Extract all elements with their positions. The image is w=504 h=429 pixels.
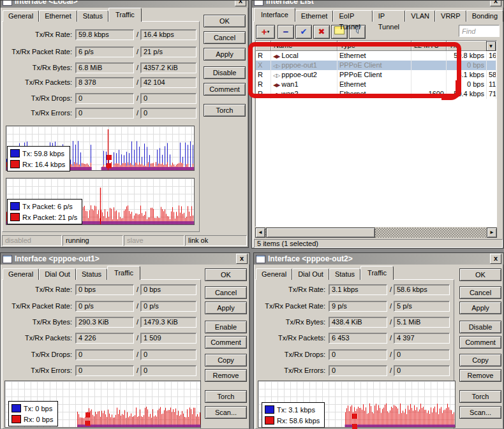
separator: /	[137, 62, 138, 73]
status-disabled: disabled	[2, 235, 62, 246]
disable-button[interactable]: ✖	[313, 25, 330, 39]
ok-button[interactable]: OK	[205, 268, 247, 281]
separator: /	[137, 349, 138, 360]
legend-tx: Tx: 3.1 kbps	[277, 406, 315, 414]
tab-status[interactable]: Status	[77, 10, 108, 22]
separator: /	[390, 301, 392, 312]
close-icon[interactable]: x	[490, 254, 501, 264]
close-icon[interactable]: x	[490, 1, 501, 6]
torch-button[interactable]: Torch	[205, 390, 247, 403]
field-label: Tx/Rx Rate:	[1, 29, 72, 40]
copy-button[interactable]: Copy	[459, 354, 501, 367]
titlebar[interactable]: Interface <pppoe-out2> x	[254, 253, 503, 265]
cancel-button[interactable]: Cancel	[204, 31, 246, 44]
scroll-right-icon[interactable]: ►	[487, 228, 497, 238]
field-label: Tx/Rx Bytes:	[254, 317, 325, 328]
window-interface-pppoe-out1: Interface <pppoe-out1> x General Dial Ou…	[0, 252, 250, 429]
column-select-button[interactable]: ▼	[486, 41, 496, 51]
disable-button[interactable]: Disable	[204, 66, 246, 79]
graph-marker	[85, 421, 91, 426]
separator: /	[137, 93, 138, 104]
tx-packet-rate-value: 0 p/s	[75, 301, 134, 312]
scroll-left-icon[interactable]: ◄	[255, 228, 265, 238]
tab-general[interactable]: General	[3, 10, 39, 22]
tab-eoip-tunnel[interactable]: EoIP Tunnel	[333, 10, 372, 22]
field-label: Tx/Rx Packets:	[254, 333, 325, 344]
comment-button[interactable]: Comment	[205, 336, 247, 349]
apply-button[interactable]: Apply	[205, 302, 247, 314]
tx-packet-rate-value: 9 p/s	[329, 301, 387, 312]
legend-tx-packet: Tx Packet: 6 p/s	[22, 203, 73, 210]
tx-drops-value: 0	[75, 349, 134, 360]
find-input[interactable]	[459, 25, 500, 37]
tx-swatch	[11, 404, 21, 412]
close-icon[interactable]: x	[235, 1, 246, 6]
list-status-bar: 5 items (1 selected)	[254, 239, 503, 248]
tab-dial-out[interactable]: Dial Out	[292, 268, 329, 280]
scrollbar-thumb[interactable]	[266, 228, 375, 238]
window-icon	[3, 255, 12, 263]
tab-general[interactable]: General	[256, 268, 292, 280]
tab-ethernet[interactable]: Ethernet	[295, 10, 334, 22]
separator: /	[390, 333, 392, 344]
add-button[interactable]: +▾	[256, 25, 275, 39]
separator: /	[137, 47, 138, 57]
horizontal-scrollbar[interactable]: ◄ ►	[255, 228, 497, 238]
rate-legend: Tx: 3.1 kbps Rx: 58.6 kbps	[262, 402, 325, 428]
cancel-button[interactable]: Cancel	[459, 286, 501, 299]
tx-packets-value: 6 453	[329, 333, 387, 344]
field-label: Tx/Rx Drops:	[254, 349, 325, 360]
cancel-button[interactable]: Cancel	[205, 286, 247, 299]
separator: /	[137, 301, 138, 312]
tab-interface[interactable]: Interface	[254, 8, 295, 22]
remove-button[interactable]: −	[278, 25, 294, 39]
comment-button[interactable]: Comment	[459, 336, 501, 349]
tab-dial-out[interactable]: Dial Out	[39, 268, 76, 280]
ok-button[interactable]: OK	[204, 15, 246, 27]
comment-button[interactable]: Comment	[204, 83, 246, 96]
torch-button[interactable]: Torch	[459, 390, 501, 403]
ok-button[interactable]: OK	[459, 268, 501, 281]
legend-rx: Rx: 0 bps	[24, 416, 53, 423]
status-slave: slave	[124, 235, 184, 246]
graph-marker	[85, 412, 91, 418]
rx-swatch	[11, 415, 21, 423]
tab-traffic[interactable]: Traffic	[107, 266, 140, 280]
remove-button[interactable]: Remove	[459, 369, 501, 382]
rx-packets-value: 42 104	[140, 77, 196, 88]
titlebar[interactable]: Interface List x	[252, 1, 503, 8]
scan-button[interactable]: Scan...	[459, 406, 501, 419]
field-label: Tx/Rx Drops:	[1, 349, 72, 360]
tab-ip-tunnel[interactable]: IP Tunnel	[373, 10, 406, 22]
titlebar[interactable]: Interface <pppoe-out1> x	[1, 253, 249, 265]
tab-status[interactable]: Status	[76, 268, 107, 280]
apply-button[interactable]: Apply	[459, 302, 501, 314]
window-title: Interface <pppoe-out2>	[268, 254, 353, 263]
copy-button[interactable]: Copy	[205, 354, 247, 367]
tab-bonding[interactable]: Bonding	[466, 10, 503, 22]
apply-button[interactable]: Apply	[204, 48, 246, 61]
remove-button[interactable]: Remove	[205, 369, 247, 382]
field-label: Tx/Rx Bytes:	[1, 317, 72, 328]
tab-ethernet[interactable]: Ethernet	[39, 10, 77, 22]
torch-button[interactable]: Torch	[204, 104, 246, 117]
enable-button[interactable]: ✔	[295, 25, 312, 39]
tab-general[interactable]: General	[3, 268, 39, 280]
titlebar[interactable]: Interface <Local> x	[1, 1, 248, 8]
close-icon[interactable]: x	[236, 254, 248, 264]
tab-traffic[interactable]: Traffic	[108, 8, 142, 22]
tab-traffic[interactable]: Traffic	[360, 266, 394, 280]
tx-bytes-value: 6.8 MiB	[75, 62, 134, 73]
plus-icon: +	[262, 26, 267, 37]
enable-button[interactable]: Enable	[205, 321, 247, 333]
field-label: Tx/Rx Packet Rate:	[1, 301, 72, 312]
scan-button[interactable]: Scan...	[205, 406, 247, 419]
tab-vlan[interactable]: VLAN	[405, 10, 435, 22]
disable-button[interactable]: Disable	[459, 321, 501, 333]
rx-packet-rate-value: 5 p/s	[394, 301, 450, 312]
tx-rate-value: 0 bps	[75, 284, 134, 295]
tab-vrrp[interactable]: VRRP	[435, 10, 466, 22]
rx-drops-value: 0	[140, 349, 196, 360]
tab-status[interactable]: Status	[329, 268, 360, 280]
rx-swatch	[265, 416, 274, 425]
